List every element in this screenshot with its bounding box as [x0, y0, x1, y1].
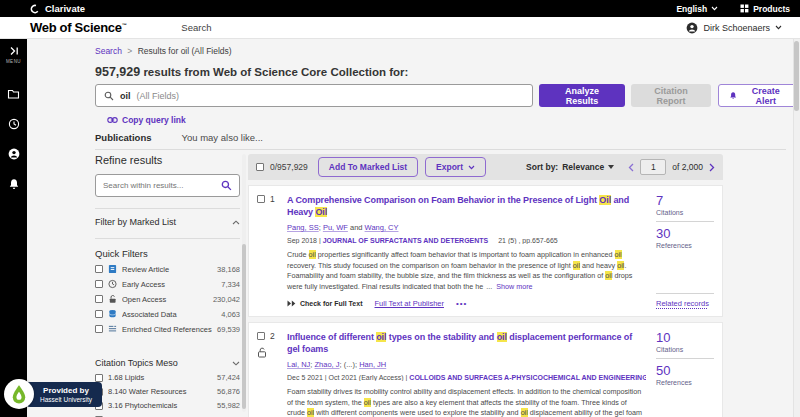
result-authors[interactable]: Pang, SS; Pu, WF and Wang, CY — [287, 223, 646, 232]
quick-filters-title: Quick Filters — [95, 248, 240, 259]
page-number-input[interactable]: 1 — [640, 159, 666, 175]
clarivate-brand-label: Clarivate — [45, 3, 85, 14]
menu-label: MENU — [6, 59, 21, 64]
full-text-link[interactable]: Full Text at Publisher — [375, 299, 444, 308]
topic-water-resources[interactable]: 8.140 Water Resources 56,876 — [95, 387, 240, 396]
refine-scrollbar[interactable] — [242, 154, 246, 412]
scrollbar-thumb[interactable] — [794, 41, 799, 111]
result-abstract: Foam stability drives its mobility contr… — [287, 387, 646, 417]
result-title-link[interactable]: A Comprehensive Comparison on Foam Behav… — [287, 194, 646, 218]
related-records-link[interactable]: Related records — [656, 299, 714, 308]
alerts-bell-icon[interactable] — [8, 178, 20, 191]
wos-logo[interactable]: Web of Science™ — [30, 20, 126, 35]
grid-icon — [740, 4, 749, 13]
breadcrumb-search-link[interactable]: Search — [95, 46, 122, 56]
sort-dropdown[interactable]: Sort by: Relevance — [526, 162, 614, 172]
checkbox[interactable] — [95, 310, 103, 318]
top-bar: Clarivate English Products — [0, 0, 800, 17]
citations-count[interactable]: 7 — [656, 194, 714, 208]
result-source: Sep 2018 | JOURNAL OF SURFACTANTS AND DE… — [287, 237, 646, 244]
analyze-results-button[interactable]: Analyze Results — [539, 84, 625, 107]
references-count[interactable]: 50 — [656, 364, 714, 378]
tab-you-may-also-like[interactable]: You may also like... — [181, 132, 263, 143]
tabs-divider — [95, 149, 786, 150]
tab-publications[interactable]: Publications — [95, 132, 151, 143]
journal-link[interactable]: JOURNAL OF SURFACTANTS AND DETERGENTS — [323, 237, 489, 244]
check-full-text-button[interactable]: Check for Full Text — [287, 300, 363, 307]
copy-query-link[interactable]: Copy query link — [107, 115, 186, 125]
results-summary: 957,929 results from Web of Science Core… — [95, 65, 408, 79]
checkbox[interactable] — [95, 325, 103, 333]
search-within-results[interactable] — [95, 174, 240, 197]
main-content: Search > Results for oil (All Fields) 95… — [27, 39, 800, 417]
query-input[interactable]: oil (All Fields) — [95, 84, 533, 107]
refine-title: Refine results — [95, 154, 240, 166]
checkbox[interactable] — [95, 265, 103, 273]
search-icon[interactable] — [221, 180, 232, 191]
results-toolbar: 0/957,929 Add To Marked List Export Sort… — [248, 154, 723, 180]
query-field-scope: (All Fields) — [137, 91, 180, 101]
result-authors[interactable]: Lai, NJ; Zhao, J; (...); Han, JH — [287, 360, 646, 369]
chevron-down-icon — [711, 6, 718, 11]
result-checkbox[interactable] — [257, 195, 265, 203]
results-panel: 0/957,929 Add To Marked List Export Sort… — [248, 154, 723, 417]
chevron-down-icon — [468, 165, 475, 170]
selected-count: 0/957,929 — [270, 162, 308, 172]
filter-early-access[interactable]: Early Access 7,334 — [95, 279, 240, 289]
page-scrollbar[interactable] — [793, 39, 800, 417]
filter-by-marked-list-section[interactable]: Filter by Marked List — [95, 217, 240, 227]
user-menu[interactable]: Dirk Schoenaers — [686, 22, 782, 34]
citation-report-button[interactable]: Citation Report — [631, 84, 711, 107]
breadcrumb: Search > Results for oil (All Fields) — [95, 46, 232, 56]
checkbox[interactable] — [95, 295, 103, 303]
provided-by-pill: Provided by Hasselt University — [26, 382, 102, 407]
products-label: Products — [753, 4, 790, 14]
result-title-link[interactable]: Influence of different oil types on the … — [287, 331, 646, 355]
app-header: Web of Science™ Search Dirk Schoenaers — [0, 17, 800, 39]
language-label: English — [676, 4, 707, 14]
add-to-marked-list-button[interactable]: Add To Marked List — [318, 157, 418, 177]
pagination: 1 of 2,000 — [628, 159, 715, 175]
create-alert-button[interactable]: Create Alert — [718, 84, 800, 107]
citations-count[interactable]: 10 — [656, 331, 714, 345]
database-icon — [108, 309, 118, 319]
journal-link[interactable]: COLLOIDS AND SURFACES A-PHYSICOCHEMICAL … — [409, 374, 646, 381]
export-button[interactable]: Export — [425, 157, 486, 177]
search-within-input[interactable] — [103, 181, 221, 190]
filter-enriched-cited-references[interactable]: Enriched Cited References 69,539 — [95, 324, 240, 334]
chevron-left-icon[interactable] — [628, 163, 634, 172]
topic-lipids[interactable]: 1.68 Lipids 57,424 — [95, 373, 240, 382]
chevron-right-icon[interactable] — [709, 163, 715, 172]
filter-review-article[interactable]: Review Article 38,168 — [95, 264, 240, 274]
document-icon — [108, 264, 118, 274]
topic-phytochemicals[interactable]: 3.16 Phytochemicals 55,982 — [95, 401, 240, 410]
provided-by-badge[interactable]: Provided by Hasselt University — [4, 379, 102, 409]
hasselt-logo-icon — [4, 379, 34, 409]
result-card-2: 2 Influence of different oil types on th… — [248, 322, 723, 417]
filter-associated-data[interactable]: Associated Data 4,063 — [95, 309, 240, 319]
select-all-checkbox[interactable] — [256, 163, 264, 171]
results-count: 957,929 — [95, 65, 140, 79]
filter-open-access[interactable]: Open Access 230,042 — [95, 294, 240, 304]
bell-icon — [729, 91, 737, 101]
language-menu[interactable]: English — [676, 4, 718, 14]
checkbox[interactable] — [95, 280, 103, 288]
show-more-link[interactable]: Show more — [496, 282, 532, 291]
result-checkbox[interactable] — [257, 332, 265, 340]
profile-icon[interactable] — [8, 148, 20, 160]
expand-menu-icon[interactable] — [8, 45, 20, 57]
history-clock-icon[interactable] — [8, 118, 20, 130]
references-count[interactable]: 30 — [656, 227, 714, 241]
products-menu[interactable]: Products — [740, 4, 790, 14]
query-term: oil — [120, 91, 131, 101]
result-abstract: Crude oil properties significantly affec… — [287, 250, 646, 292]
clarivate-brand[interactable]: Clarivate — [30, 3, 85, 14]
open-lock-icon — [108, 294, 118, 304]
search-row: oil (All Fields) Analyze Results Citatio… — [95, 84, 800, 107]
marked-list-folder-icon[interactable] — [7, 88, 20, 100]
result-index: 2 — [270, 331, 275, 341]
nav-search[interactable]: Search — [181, 22, 211, 33]
more-options-icon[interactable]: ••• — [456, 299, 467, 308]
citation-icon — [108, 324, 118, 334]
citation-topics-meso-section[interactable]: Citation Topics Meso — [95, 358, 240, 368]
